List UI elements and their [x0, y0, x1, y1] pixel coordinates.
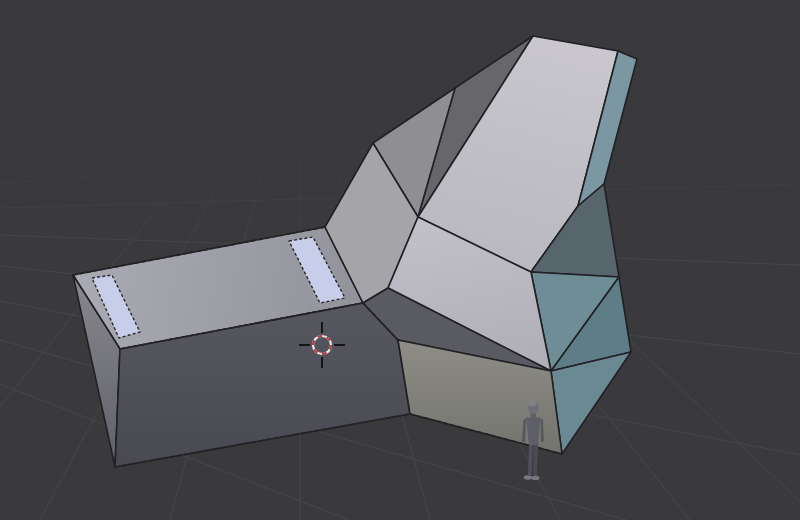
- scene-svg: [0, 0, 800, 520]
- human-scale-figure-part: [529, 401, 537, 407]
- viewport-3d[interactable]: [0, 0, 800, 520]
- human-scale-figure-part: [532, 476, 540, 480]
